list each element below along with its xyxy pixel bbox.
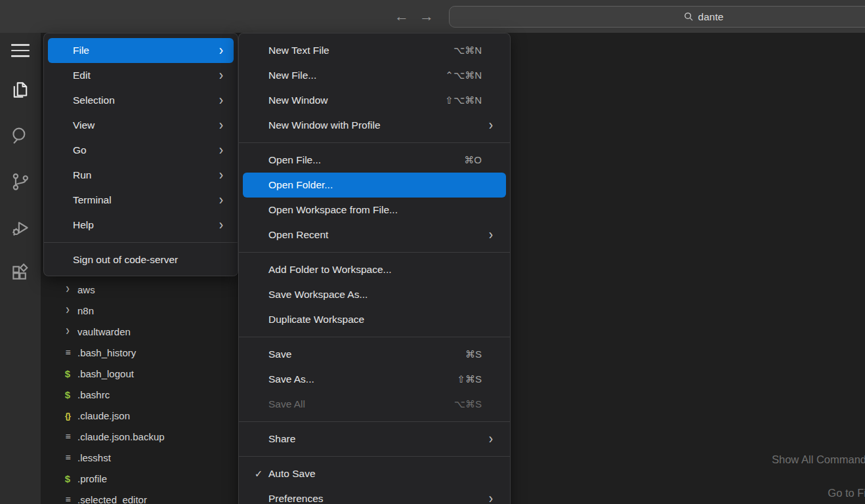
file-name: .bashrc <box>77 389 110 400</box>
chevron-right-icon: › <box>219 92 223 109</box>
menu-label: Save Workspace As... <box>268 289 506 301</box>
menu-separator <box>239 252 510 253</box>
chevron-right-icon: › <box>219 42 223 59</box>
keybinding-label: ⌘S <box>465 348 482 360</box>
menu-label: New Window with Profile <box>268 119 489 131</box>
activity-source-control-button[interactable] <box>0 164 41 200</box>
menu-item-save-as[interactable]: Save As... ⇧⌘S <box>243 367 506 392</box>
menu-label: Open Recent <box>268 229 489 241</box>
tree-item-claude-json[interactable]: {} .claude.json <box>41 405 238 426</box>
file-name: vaultwarden <box>77 326 131 337</box>
menu-item-new-window[interactable]: New Window ⇧⌥⌘N <box>243 88 506 113</box>
menu-item-save[interactable]: Save ⌘S <box>243 342 506 367</box>
menu-item-duplicate-workspace[interactable]: Duplicate Workspace <box>243 307 506 332</box>
menu-label: Duplicate Workspace <box>268 314 506 326</box>
text-file-icon: ≡ <box>60 431 75 442</box>
menu-item-file[interactable]: File › <box>48 38 234 63</box>
menu-item-auto-save[interactable]: ✓ Auto Save <box>243 461 506 486</box>
file-name: .bash_logout <box>77 368 134 379</box>
tree-item-bashrc[interactable]: $ .bashrc <box>41 384 238 405</box>
tree-item-selected-editor[interactable]: ≡ .selected_editor <box>41 489 238 504</box>
menu-label: Help <box>73 219 219 231</box>
menu-item-sign-out[interactable]: Sign out of code-server <box>48 247 234 272</box>
menu-item-run[interactable]: Run › <box>48 163 234 188</box>
code-server-window: Show All Command Go to Fi › aws › n8n › … <box>0 0 865 504</box>
menu-item-open-recent[interactable]: Open Recent › <box>243 222 506 247</box>
menu-item-selection[interactable]: Selection › <box>48 88 234 113</box>
menu-label: New Window <box>268 94 445 106</box>
file-name: n8n <box>77 305 94 316</box>
tree-item-aws[interactable]: › aws <box>41 279 238 300</box>
menu-item-preferences[interactable]: Preferences › <box>243 486 506 504</box>
menu-item-go[interactable]: Go › <box>48 138 234 163</box>
command-center-search[interactable]: dante <box>449 6 865 28</box>
menu-item-new-file[interactable]: New File... ⌃⌥⌘N <box>243 63 506 88</box>
menu-label: Save <box>268 348 465 360</box>
tree-item-lesshst[interactable]: ≡ .lesshst <box>41 447 238 468</box>
hamburger-menu-icon <box>11 44 30 56</box>
chevron-right-icon: › <box>219 67 223 84</box>
chevron-right-icon: › <box>489 430 493 448</box>
file-name: .profile <box>77 473 107 484</box>
shell-script-icon: $ <box>60 368 75 379</box>
menu-item-open-file[interactable]: Open File... ⌘O <box>243 148 506 173</box>
title-bar: ← → dante <box>0 0 865 33</box>
keybinding-label: ⇧⌥⌘N <box>445 94 482 106</box>
menu-item-help[interactable]: Help › <box>48 213 234 238</box>
menu-label: View <box>73 119 219 131</box>
tree-item-bash-history[interactable]: ≡ .bash_history <box>41 342 238 363</box>
menu-separator <box>44 242 238 243</box>
activity-extensions-button[interactable] <box>0 256 41 291</box>
chevron-right-icon: › <box>219 117 223 134</box>
application-menu: File › Edit › Selection › View › Go › Ru… <box>43 33 238 276</box>
search-icon <box>684 12 694 22</box>
menu-label: Auto Save <box>268 468 506 480</box>
menu-item-add-folder-to-workspace[interactable]: Add Folder to Workspace... <box>243 257 506 282</box>
menu-separator <box>239 456 510 457</box>
source-control-icon <box>9 171 32 193</box>
search-value: dante <box>698 11 724 23</box>
menu-label: Save As... <box>268 373 457 385</box>
menu-label: Go <box>73 144 219 156</box>
navigate-forward-button[interactable]: → <box>417 7 436 26</box>
menu-item-view[interactable]: View › <box>48 113 234 138</box>
menu-label: Run <box>73 169 219 181</box>
menu-item-terminal[interactable]: Terminal › <box>48 188 234 213</box>
activity-explorer-button[interactable] <box>0 72 41 108</box>
tree-item-claude-json-backup[interactable]: ≡ .claude.json.backup <box>41 426 238 447</box>
keybinding-label: ⌘O <box>464 154 482 166</box>
menu-label: Selection <box>73 94 219 106</box>
tree-item-bash-logout[interactable]: $ .bash_logout <box>41 363 238 384</box>
explorer-icon <box>9 79 32 101</box>
text-file-icon: ≡ <box>60 347 75 358</box>
tree-item-n8n[interactable]: › n8n <box>41 300 238 321</box>
chevron-right-icon: › <box>489 490 493 504</box>
menu-label: New File... <box>268 70 445 81</box>
checkmark-icon: ✓ <box>251 461 266 486</box>
menu-separator <box>239 337 510 337</box>
menu-item-new-text-file[interactable]: New Text File ⌥⌘N <box>243 38 506 63</box>
menu-label: New Text File <box>268 45 454 56</box>
activity-run-debug-button[interactable] <box>0 210 41 245</box>
menu-label: Add Folder to Workspace... <box>268 264 506 276</box>
search-icon <box>9 125 32 147</box>
menu-label: Open File... <box>268 154 464 166</box>
chevron-right-icon: › <box>489 226 493 243</box>
application-menu-button[interactable] <box>0 33 41 68</box>
menu-item-edit[interactable]: Edit › <box>48 63 234 88</box>
tree-item-profile[interactable]: $ .profile <box>41 468 238 489</box>
activity-search-button[interactable] <box>0 118 41 154</box>
menu-item-share[interactable]: Share › <box>243 427 506 452</box>
chevron-right-icon: › <box>219 167 223 184</box>
tree-item-vaultwarden[interactable]: › vaultwarden <box>41 321 238 342</box>
menu-label: Preferences <box>268 493 489 504</box>
folder-chevron-icon: › <box>60 303 75 319</box>
menu-item-new-window-with-profile[interactable]: New Window with Profile › <box>243 113 506 138</box>
navigate-back-button[interactable]: ← <box>392 7 411 26</box>
menu-item-open-folder[interactable]: Open Folder... <box>243 173 506 198</box>
menu-item-save-workspace-as[interactable]: Save Workspace As... <box>243 282 506 307</box>
file-name: .bash_history <box>77 347 136 358</box>
keybinding-label: ⌃⌥⌘N <box>445 70 482 81</box>
file-name: .lesshst <box>77 452 111 463</box>
menu-item-open-workspace-from-file[interactable]: Open Workspace from File... <box>243 198 506 222</box>
